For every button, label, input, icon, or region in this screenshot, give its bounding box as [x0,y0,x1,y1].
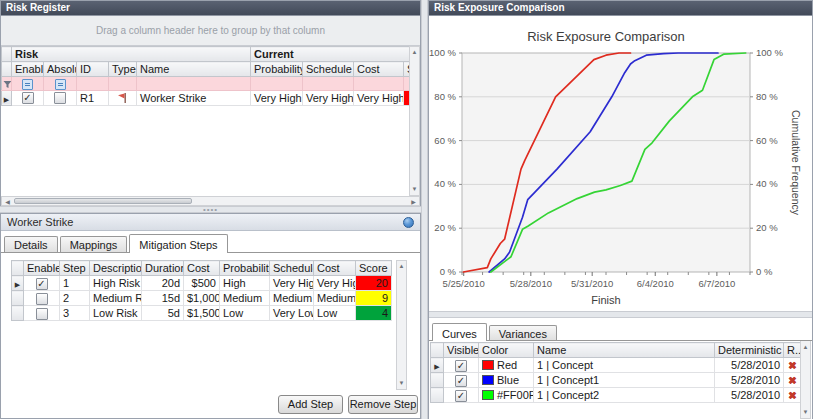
step-score-cell[interactable]: 4 [356,306,392,321]
scroll-down-icon[interactable]: ▼ [410,185,419,194]
filter-cell-type[interactable] [109,77,137,91]
step-enabled-cell[interactable] [24,306,60,321]
risk-row[interactable]: ▶ ✓ R1 Worker Strike Very High Very High… [2,90,412,105]
curve-row[interactable]: ✓ #FF00FF00 1 | Concept2 5/28/2010 ✖ [431,388,802,403]
scroll-up-icon[interactable]: ▲ [410,48,419,57]
scroll-up-icon[interactable]: ▲ [397,262,406,271]
curve-color-cell[interactable]: #FF00FF00 [479,388,534,403]
hscroll-thumb[interactable] [14,198,192,204]
curve-color-cell[interactable]: Blue [479,373,534,388]
step-cost-impact-cell[interactable]: Very High [314,276,356,291]
tab-curves[interactable]: Curves [432,323,487,341]
step-schedule-cell[interactable]: Very Low [270,306,314,321]
step-cost-cell[interactable]: $500 [184,276,220,291]
vertical-splitter[interactable] [421,0,428,419]
tab-mappings[interactable]: Mappings [60,236,128,253]
column-header-score[interactable]: Score [356,261,392,276]
step-cost-impact-cell[interactable]: Low [314,306,356,321]
column-header-id[interactable]: ID [77,62,109,77]
column-header-visible[interactable]: Visible [444,343,479,358]
step-cost-cell[interactable]: $1,500 [184,306,220,321]
column-header-step[interactable]: Step [60,261,90,276]
checkbox-unchecked-icon[interactable] [36,293,48,305]
step-enabled-cell[interactable] [24,291,60,306]
checkbox-checked-icon[interactable]: ✓ [455,375,467,387]
step-description-cell[interactable]: Medium Risk [90,291,142,306]
column-header-remove[interactable]: R... [784,343,802,358]
step-schedule-cell[interactable]: Very High [270,276,314,291]
step-description-cell[interactable]: Low Risk [90,306,142,321]
step-cost-cell[interactable]: $1,000 [184,291,220,306]
column-header-description[interactable]: Description [90,261,142,276]
risk-name-cell[interactable]: Worker Strike [137,90,251,105]
add-step-button[interactable]: Add Step [278,395,343,414]
curve-visible-cell[interactable]: ✓ [444,358,479,373]
column-header-name[interactable]: Name [137,62,251,77]
checkbox-checked-icon[interactable]: ✓ [455,360,467,372]
column-header-cost-impact[interactable]: Cost [314,261,356,276]
step-cost-impact-cell[interactable]: Medium [314,291,356,306]
step-probability-cell[interactable]: Medium [220,291,270,306]
column-header-schedule[interactable]: Schedule [270,261,314,276]
risk-schedule-cell[interactable]: Very High [303,90,354,105]
group-by-area[interactable]: Drag a column header here to group by th… [1,16,420,46]
filter-cell-probability[interactable] [251,77,303,91]
horizontal-splitter-left[interactable]: •••• [0,206,421,213]
risk-absolute-cell[interactable] [44,90,77,105]
risk-type-cell[interactable] [109,90,137,105]
step-schedule-cell[interactable]: Medium [270,291,314,306]
column-header-deterministic-value[interactable]: Deterministic Value [715,343,784,358]
column-header-cost[interactable]: Cost [354,62,404,77]
mitigation-vscrollbar[interactable]: ▲ ▼ [396,260,407,390]
column-header-absolute[interactable]: Absolu... [44,62,77,77]
filter-cell-enabled[interactable] [12,77,44,91]
remove-curve-icon[interactable]: ✖ [788,360,796,371]
band-header-current[interactable]: Current [251,47,411,62]
mitigation-row[interactable]: ▶ ✓ 1 High Risk 20d $500 High Very High … [12,276,392,291]
risk-grid-vscrollbar[interactable]: ▲ ▼ [409,46,420,196]
column-header-color[interactable]: Color [479,343,534,358]
column-header-probability[interactable]: Probability [251,62,303,77]
checkbox-unchecked-icon[interactable] [54,92,66,104]
filter-cell-schedule[interactable] [303,77,354,91]
remove-curve-icon[interactable]: ✖ [788,375,796,386]
filter-cell-cost[interactable] [354,77,404,91]
step-duration-cell[interactable]: 5d [142,306,184,321]
step-score-cell[interactable]: 9 [356,291,392,306]
risk-cost-cell[interactable]: Very High [354,90,404,105]
curve-color-cell[interactable]: Red [479,358,534,373]
column-header-enabled[interactable]: Enabled [24,261,60,276]
column-header-cost[interactable]: Cost [184,261,220,276]
curve-remove-cell[interactable]: ✖ [784,388,802,403]
step-score-cell[interactable]: 20 [356,276,392,291]
scroll-down-icon[interactable]: ▼ [397,379,406,388]
panel-pin-icon[interactable] [403,217,414,228]
column-header-schedule[interactable]: Schedule [303,62,354,77]
tab-mitigation-steps[interactable]: Mitigation Steps [129,234,227,253]
column-header-enabled[interactable]: Enabled [12,62,44,77]
column-header-name[interactable]: Name [534,343,715,358]
band-header-risk[interactable]: Risk [12,47,251,62]
step-probability-cell[interactable]: Low [220,306,270,321]
curve-name-cell[interactable]: 1 | Concept2 [534,388,715,403]
curve-name-cell[interactable]: 1 | Concept [534,358,715,373]
curve-remove-cell[interactable]: ✖ [784,358,802,373]
column-header-probability[interactable]: Probability [220,261,270,276]
horizontal-splitter-right[interactable] [429,311,812,318]
tab-variances[interactable]: Variances [489,325,557,341]
risk-id-cell[interactable]: R1 [77,90,109,105]
checkbox-checked-icon[interactable]: ✓ [455,390,467,402]
step-duration-cell[interactable]: 15d [142,291,184,306]
mitigation-row[interactable]: 2 Medium Risk 15d $1,000 Medium Medium M… [12,291,392,306]
column-header-type[interactable]: Type [109,62,137,77]
checkbox-unchecked-icon[interactable] [36,308,48,320]
step-probability-cell[interactable]: High [220,276,270,291]
filter-cell-name[interactable] [137,77,251,91]
step-number-cell[interactable]: 2 [60,291,90,306]
mitigation-row[interactable]: 3 Low Risk 5d $1,500 Low Very Low Low 4 [12,306,392,321]
checkbox-checked-icon[interactable]: ✓ [36,278,48,290]
column-header-duration[interactable]: Duration [142,261,184,276]
curves-vscrollbar[interactable]: ▲ ▼ [800,341,811,419]
remove-step-button[interactable]: Remove Step [348,395,418,414]
curve-deterministic-cell[interactable]: 5/28/2010 [715,358,784,373]
